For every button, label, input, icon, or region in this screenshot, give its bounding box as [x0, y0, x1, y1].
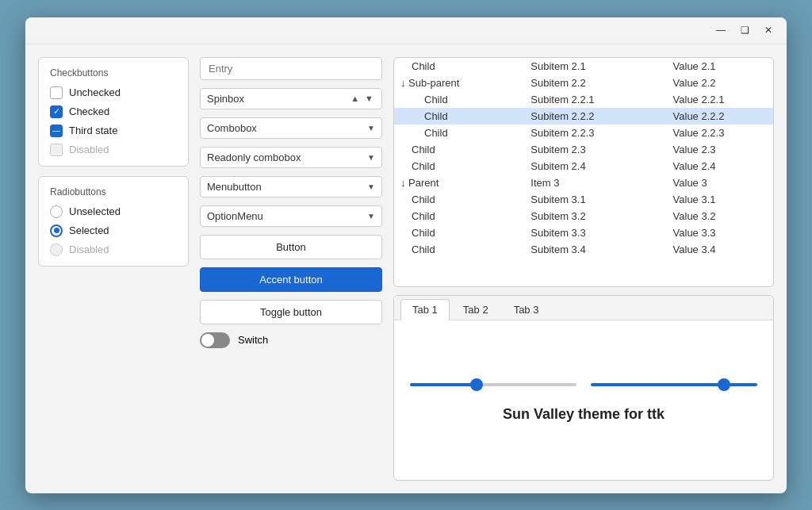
tree-col1: ↓ Sub-parent — [394, 75, 524, 91]
check-checked-box[interactable] — [50, 105, 63, 118]
table-row[interactable]: Child Subitem 3.3 Value 3.3 — [394, 224, 773, 241]
table-row[interactable]: Child Subitem 2.4 Value 2.4 — [394, 158, 773, 174]
check-disabled: Disabled — [50, 144, 177, 156]
radiobuttons-section: Radiobuttons Unselected Selected Disable… — [38, 176, 189, 267]
tree-col1: ↓ Parent — [394, 174, 524, 191]
tree-col2: Subitem 2.2 — [524, 75, 666, 91]
spinbox-up-btn[interactable]: ▲ — [349, 94, 361, 103]
tree-col3: Value 3.1 — [667, 191, 773, 208]
tree-col2: Subitem 2.2.2 — [524, 108, 666, 125]
tree-col1: Child — [394, 224, 524, 241]
tree-col3: Value 3.3 — [667, 224, 773, 241]
minimize-button[interactable]: — — [709, 21, 733, 40]
tree-col2: Subitem 2.2.3 — [524, 125, 666, 141]
table-row[interactable]: Child Subitem 3.4 Value 3.4 — [394, 241, 773, 258]
tree-col3: Value 2.2.2 — [667, 108, 773, 125]
optionmenu-arrow-icon: ▼ — [367, 212, 375, 220]
menubutton-wrap[interactable]: Menubutton ▼ — [200, 176, 382, 197]
checkbuttons-section: Checkbuttons Unchecked Checked Third sta… — [38, 57, 189, 167]
tree-view[interactable]: Child Subitem 2.1 Value 2.1 ↓ Sub-parent… — [393, 57, 774, 287]
maximize-button[interactable]: ❑ — [733, 21, 756, 40]
spinbox-arrows: ▲ ▼ — [349, 94, 375, 103]
tree-col3: Value 2.4 — [667, 158, 773, 174]
tree-col2: Subitem 2.1 — [524, 58, 666, 75]
tree-col2: Subitem 3.4 — [524, 241, 666, 258]
switch-label: Switch — [238, 334, 268, 346]
button[interactable]: Button — [200, 235, 382, 259]
slider-1-fill — [410, 383, 477, 386]
theme-title: Sun Valley theme for ttk — [503, 406, 665, 423]
slider-2-thumb[interactable] — [718, 378, 730, 391]
check-unchecked[interactable]: Unchecked — [50, 86, 177, 99]
radio-selected-label: Selected — [69, 224, 109, 236]
tree-col1: Child — [394, 125, 524, 141]
table-row[interactable]: Child Subitem 2.2.1 Value 2.2.1 — [394, 91, 773, 108]
spinbox-wrap[interactable]: Spinbox ▲ ▼ — [200, 88, 382, 109]
table-row[interactable]: Child Subitem 2.1 Value 2.1 — [394, 58, 773, 75]
readonly-combobox-wrap[interactable]: Readonly combobox ▼ — [200, 147, 382, 168]
radio-unselected[interactable]: Unselected — [50, 205, 177, 218]
tree-col3: Value 2.2.1 — [667, 91, 773, 108]
radio-selected-circle[interactable] — [50, 224, 63, 237]
optionmenu-label: OptionMenu — [207, 210, 367, 222]
radio-unselected-circle[interactable] — [50, 205, 63, 218]
radio-unselected-label: Unselected — [69, 205, 121, 217]
check-third-box[interactable] — [50, 125, 63, 137]
check-unchecked-label: Unchecked — [69, 86, 121, 98]
table-row[interactable]: Child Subitem 3.1 Value 3.1 — [394, 191, 773, 208]
tree-col2: Subitem 2.2.1 — [524, 91, 666, 108]
table-row[interactable]: Child Subitem 3.2 Value 3.2 — [394, 208, 773, 224]
table-row[interactable]: ↓ Sub-parent Subitem 2.2 Value 2.2 — [394, 75, 773, 91]
tree-col1: Child — [394, 141, 524, 158]
tree-col3: Value 2.2.3 — [667, 125, 773, 141]
left-panel: Checkbuttons Unchecked Checked Third sta… — [38, 57, 189, 481]
radio-disabled-label: Disabled — [69, 243, 109, 255]
tree-col2: Subitem 2.3 — [524, 141, 666, 158]
spinbox-down-btn[interactable]: ▼ — [363, 94, 375, 103]
titlebar: — ❑ ✕ — [25, 17, 787, 44]
check-disabled-label: Disabled — [69, 144, 109, 155]
tree-col1: Child — [394, 208, 524, 224]
entry-input[interactable] — [200, 57, 382, 80]
check-checked-label: Checked — [69, 105, 109, 117]
menubutton-arrow-icon: ▼ — [367, 182, 375, 191]
readonly-combobox-label: Readonly combobox — [207, 151, 367, 163]
tabs-section: Tab 1 Tab 2 Tab 3 — [393, 295, 774, 481]
table-row[interactable]: Child Subitem 2.3 Value 2.3 — [394, 141, 773, 158]
table-row[interactable]: Child Subitem 2.2.3 Value 2.2.3 — [394, 125, 773, 141]
tree-col2: Subitem 3.1 — [524, 191, 666, 208]
check-unchecked-box[interactable] — [50, 86, 63, 99]
tree-col1: Child — [394, 158, 524, 174]
tree-col1: Child — [394, 58, 524, 75]
switch-row: Switch — [200, 332, 382, 348]
middle-panel: Spinbox ▲ ▼ Combobox ▼ Readonly combobox… — [200, 57, 382, 481]
table-row[interactable]: Child Subitem 2.2.2 Value 2.2.2 — [394, 108, 773, 125]
check-checked[interactable]: Checked — [50, 105, 177, 118]
app-window: — ❑ ✕ Checkbuttons Unchecked Checked Th — [25, 17, 787, 493]
close-button[interactable]: ✕ — [756, 21, 780, 40]
tree-col3: Value 3.4 — [667, 241, 773, 258]
slider-1-track — [410, 383, 576, 386]
radio-selected[interactable]: Selected — [50, 224, 177, 237]
tree-col2: Subitem 3.3 — [524, 224, 666, 241]
table-row[interactable]: ↓ Parent Item 3 Value 3 — [394, 174, 773, 191]
tab-content: Sun Valley theme for ttk — [394, 320, 773, 480]
slider-2-track — [591, 383, 757, 386]
slider-2[interactable] — [591, 378, 757, 392]
tabs-bar: Tab 1 Tab 2 Tab 3 — [394, 296, 773, 320]
menubutton-label: Menubutton — [207, 181, 367, 193]
tab-3[interactable]: Tab 3 — [502, 299, 551, 320]
combobox-wrap[interactable]: Combobox ▼ — [200, 117, 382, 139]
tree-col2: Subitem 3.2 — [524, 208, 666, 224]
radio-disabled: Disabled — [50, 243, 177, 256]
tree-col1: Child — [394, 241, 524, 258]
tab-2[interactable]: Tab 2 — [451, 299, 500, 320]
accent-button[interactable]: Accent button — [200, 267, 382, 292]
toggle-button[interactable]: Toggle button — [200, 300, 382, 324]
slider-1[interactable] — [410, 378, 576, 392]
slider-1-thumb[interactable] — [470, 378, 483, 391]
tab-1[interactable]: Tab 1 — [400, 299, 450, 320]
optionmenu-wrap[interactable]: OptionMenu ▼ — [200, 205, 382, 227]
check-third[interactable]: Third state — [50, 125, 177, 137]
switch-toggle[interactable] — [200, 332, 230, 348]
